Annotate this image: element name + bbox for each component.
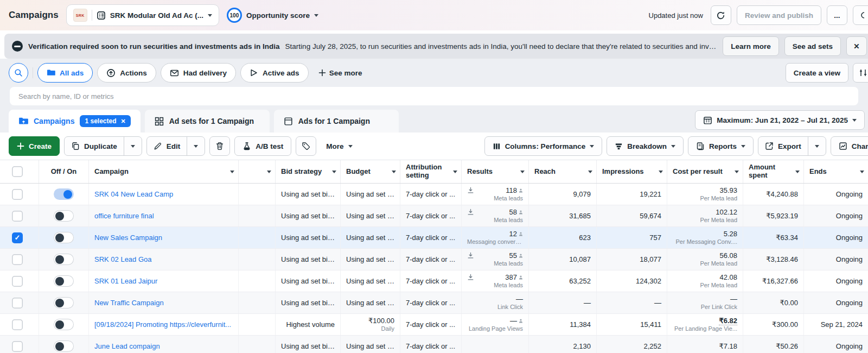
tag-button[interactable] bbox=[296, 136, 316, 156]
reports-button[interactable]: Reports bbox=[688, 136, 754, 156]
toggle-knob bbox=[55, 299, 64, 307]
alert-icon bbox=[12, 41, 23, 52]
campaign-toggle[interactable] bbox=[54, 210, 74, 222]
select-all-checkbox[interactable] bbox=[12, 166, 23, 177]
column-header-attribution[interactable]: Attribution setting bbox=[400, 160, 462, 183]
breakdown-button[interactable]: Breakdown bbox=[607, 136, 684, 156]
view-settings-button[interactable] bbox=[853, 63, 868, 83]
create-button[interactable]: Create bbox=[9, 136, 60, 156]
column-header-budget[interactable]: Budget bbox=[341, 160, 400, 183]
column-header-amount-spent[interactable]: Amount spent bbox=[743, 160, 804, 183]
row-checkbox[interactable] bbox=[12, 211, 23, 222]
column-header-reach[interactable]: Reach bbox=[529, 160, 597, 183]
download-icon[interactable] bbox=[467, 209, 474, 216]
export-dropdown[interactable] bbox=[808, 137, 826, 155]
trash-icon bbox=[215, 142, 224, 150]
sliders-icon bbox=[859, 68, 867, 77]
duplicate-button[interactable]: Duplicate bbox=[65, 137, 124, 155]
selected-count-badge[interactable]: 1 selected ✕ bbox=[80, 115, 130, 127]
search-input[interactable] bbox=[10, 87, 858, 105]
ad-account-selector[interactable]: SRK SRK Modular Old Ad Ac (... bbox=[66, 4, 219, 26]
banner-close-button[interactable]: ✕ bbox=[846, 36, 867, 56]
row-checkbox[interactable] bbox=[12, 298, 23, 308]
campaign-toggle[interactable] bbox=[54, 232, 74, 243]
column-header-ends[interactable]: Ends bbox=[804, 160, 868, 183]
download-icon[interactable] bbox=[467, 252, 474, 259]
toggle-knob bbox=[63, 190, 72, 199]
export-button[interactable]: Export bbox=[758, 137, 808, 155]
chevron-down-icon bbox=[194, 145, 198, 148]
collapse-panel-button[interactable] bbox=[853, 5, 868, 25]
campaign-link[interactable]: SRK 04 New Lead Camp bbox=[94, 190, 233, 199]
columns-button[interactable]: Columns: Performance bbox=[484, 136, 603, 156]
sort-caret-icon bbox=[453, 171, 457, 173]
amount-spent-value: ₹63.34 bbox=[776, 234, 798, 242]
chevron-down-icon bbox=[314, 14, 318, 17]
edit-dropdown[interactable] bbox=[187, 137, 205, 155]
tab-campaigns[interactable]: Campaigns 1 selected ✕ bbox=[9, 110, 141, 133]
column-header-bid-strategy[interactable]: Bid strategy bbox=[276, 160, 341, 183]
delete-button[interactable] bbox=[209, 136, 230, 156]
budget-period: Daily bbox=[381, 325, 394, 332]
budget-value: ₹100.00 bbox=[368, 317, 394, 325]
filter-pill-had-delivery[interactable]: Had delivery bbox=[161, 63, 236, 83]
cost-per-result-value: ₹7.18 bbox=[719, 342, 737, 351]
refresh-button[interactable] bbox=[711, 5, 731, 25]
duplicate-dropdown[interactable] bbox=[124, 137, 142, 155]
campaign-toggle[interactable] bbox=[54, 275, 74, 287]
campaign-link[interactable]: SRK 02 Lead Goa bbox=[94, 255, 233, 264]
column-header-extra[interactable] bbox=[239, 160, 276, 183]
results-value: 12 bbox=[509, 230, 517, 238]
column-header-cost-per-result[interactable]: Cost per result bbox=[667, 160, 743, 183]
page-title: Campaigns bbox=[9, 10, 59, 21]
search-filter-button[interactable] bbox=[9, 63, 28, 83]
row-checkbox[interactable] bbox=[12, 319, 23, 330]
edit-button[interactable]: Edit bbox=[147, 137, 187, 155]
column-header-results[interactable]: Results bbox=[462, 160, 529, 183]
reach-value: 11,384 bbox=[570, 320, 591, 329]
impressions-value: 18,077 bbox=[640, 255, 661, 264]
row-checkbox[interactable] bbox=[12, 276, 23, 287]
campaign-toggle[interactable] bbox=[54, 319, 74, 330]
campaign-toggle[interactable] bbox=[54, 188, 74, 200]
learn-more-button[interactable]: Learn more bbox=[723, 36, 779, 56]
filter-pill-actions[interactable]: Actions bbox=[97, 63, 156, 83]
charts-button[interactable]: Chart bbox=[831, 136, 868, 156]
filter-pill-active-ads[interactable]: Active ads bbox=[240, 63, 309, 83]
campaign-toggle[interactable] bbox=[54, 297, 74, 308]
toggle-knob bbox=[55, 277, 64, 286]
see-ad-sets-button[interactable]: See ad sets bbox=[784, 36, 841, 56]
see-more-filters[interactable]: See more bbox=[313, 69, 368, 77]
campaign-link[interactable]: New Sales Campaign bbox=[94, 234, 233, 242]
more-options-button[interactable]: ... bbox=[827, 5, 847, 25]
results-label: Meta leads bbox=[494, 282, 523, 289]
opportunity-score[interactable]: 100 Opportunity score bbox=[227, 8, 318, 23]
campaign-link[interactable]: June Lead compaign bbox=[94, 342, 233, 351]
ab-test-button[interactable]: A/B test bbox=[234, 136, 291, 156]
download-icon[interactable] bbox=[467, 274, 474, 281]
campaign-link[interactable]: [09/18/2024] Promoting https://cleverfur… bbox=[94, 320, 233, 329]
row-checkbox[interactable] bbox=[12, 189, 23, 200]
campaign-link[interactable]: New Traffic Campaign bbox=[94, 299, 233, 307]
tab-ads[interactable]: Ads for 1 Campaign bbox=[274, 110, 399, 133]
row-checkbox[interactable] bbox=[12, 254, 23, 265]
sort-caret-icon bbox=[795, 171, 800, 173]
campaign-link[interactable]: SRK 01 Lead Jaipur bbox=[94, 277, 233, 286]
review-and-publish-button[interactable]: Review and publish bbox=[737, 5, 821, 25]
column-header-campaign[interactable]: Campaign bbox=[89, 160, 239, 183]
more-actions-button[interactable]: More bbox=[321, 136, 358, 156]
row-checkbox[interactable] bbox=[12, 341, 23, 352]
campaign-link[interactable]: office furniture final bbox=[94, 212, 233, 220]
campaign-toggle[interactable] bbox=[54, 341, 74, 352]
campaign-toggle[interactable] bbox=[54, 254, 74, 265]
tab-ad-sets[interactable]: Ad sets for 1 Campaign bbox=[145, 110, 270, 133]
column-header-impressions[interactable]: Impressions bbox=[597, 160, 667, 183]
budget-value: Using ad set bu... bbox=[346, 299, 394, 307]
create-a-view-button[interactable]: Create a view bbox=[786, 63, 848, 83]
clear-selection-icon[interactable]: ✕ bbox=[121, 118, 126, 125]
date-range-selector[interactable]: Maximum: Jun 21, 2022 – Jul 21, 2025 bbox=[695, 110, 865, 130]
row-checkbox[interactable] bbox=[12, 232, 23, 243]
edit-split-button: Edit bbox=[146, 136, 206, 156]
filter-pill-all-ads[interactable]: All ads bbox=[37, 63, 93, 83]
download-icon[interactable] bbox=[467, 187, 474, 194]
